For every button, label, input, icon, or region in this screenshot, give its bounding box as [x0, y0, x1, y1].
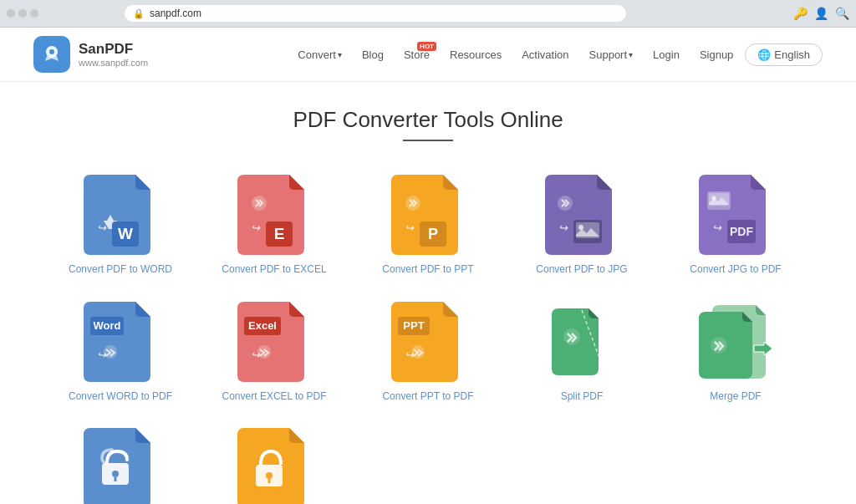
tool-word-to-pdf[interactable]: Word ↪ Convert WORD to PDF — [52, 302, 189, 404]
tool-pdf-to-jpg[interactable]: ↪ Convert PDF to JPG — [513, 175, 650, 277]
svg-point-16 — [578, 225, 583, 230]
logo-text: SanPDF www.sanpdf.com — [79, 41, 148, 68]
logo-url: www.sanpdf.com — [79, 58, 148, 68]
tool-label-split-pdf: Split PDF — [561, 390, 604, 404]
language-button[interactable]: 🌐 English — [745, 43, 823, 66]
svg-point-43 — [266, 472, 273, 479]
tool-label-excel-to-pdf: Convert EXCEL to PDF — [222, 390, 327, 404]
page-title: PDF Converter Tools Online — [50, 107, 806, 133]
browser-chrome: 🔒 sanpdf.com 🔑 👤 🔍 — [0, 0, 856, 28]
nav-support[interactable]: Support ▾ — [581, 43, 642, 66]
svg-text:✂: ✂ — [602, 309, 612, 323]
tool-merge-pdf[interactable]: Merge PDF — [667, 302, 804, 404]
tool-unlock-pdf[interactable]: Unlock PDF file — [52, 428, 189, 504]
svg-text:Excel: Excel — [248, 319, 277, 332]
tool-label-pdf-to-ppt: Convert PDF to PPT — [382, 263, 473, 277]
tool-label-word-to-pdf: Convert WORD to PDF — [69, 390, 172, 404]
page: SanPDF www.sanpdf.com Convert ▾ Blog Sto… — [0, 28, 856, 504]
logo-name: SanPDF — [79, 41, 148, 58]
svg-text:Word: Word — [94, 319, 121, 332]
nav-blog[interactable]: Blog — [354, 43, 392, 66]
svg-point-40 — [112, 471, 119, 477]
tool-label-pdf-to-word: Convert PDF to WORD — [69, 263, 172, 277]
svg-text:W: W — [118, 225, 133, 242]
browser-toolbar-icons: 🔑 👤 🔍 — [793, 7, 849, 20]
nav-login[interactable]: Login — [645, 43, 688, 66]
logo-icon — [33, 36, 70, 73]
svg-text:↪: ↪ — [97, 221, 107, 234]
nav-signup[interactable]: Signup — [691, 43, 741, 66]
nav-convert[interactable]: Convert ▾ — [289, 43, 350, 66]
tool-label-pdf-to-excel: Convert PDF to EXCEL — [222, 263, 326, 277]
hot-badge: HOT — [417, 42, 436, 51]
tool-jpg-to-pdf[interactable]: ↪ PDF Convert JPG to PDF — [667, 175, 804, 277]
title-underline — [403, 140, 453, 141]
tool-pdf-to-word[interactable]: ↪ W Convert PDF to WORD — [52, 175, 189, 277]
svg-text:↪: ↪ — [251, 221, 261, 234]
nav-store[interactable]: Store HOT — [395, 43, 438, 66]
tool-excel-to-pdf[interactable]: Excel ↪ Convert EXCEL to PDF — [206, 302, 343, 404]
svg-text:PPT: PPT — [403, 319, 424, 332]
tool-label-jpg-to-pdf: Convert JPG to PDF — [690, 263, 781, 277]
tool-pdf-to-ppt[interactable]: ↪ P Convert PDF to PPT — [359, 175, 497, 277]
browser-dots — [7, 9, 38, 18]
url-text: sanpdf.com — [150, 8, 201, 19]
tool-pdf-to-excel[interactable]: ↪ E Convert PDF to EXCEL — [206, 175, 343, 277]
svg-text:PDF: PDF — [730, 225, 753, 238]
nav-resources[interactable]: Resources — [441, 43, 510, 66]
address-bar[interactable]: 🔒 sanpdf.com — [125, 5, 626, 22]
tool-label-pdf-to-jpg: Convert PDF to JPG — [536, 263, 627, 277]
svg-point-0 — [49, 49, 54, 54]
tool-protect-pdf[interactable]: Protect PDF file — [206, 428, 343, 504]
main-content: PDF Converter Tools Online ↪ W Conve — [0, 82, 856, 504]
tool-label-merge-pdf: Merge PDF — [710, 390, 761, 404]
svg-text:E: E — [274, 225, 285, 242]
svg-text:↪: ↪ — [405, 221, 415, 234]
language-label: English — [774, 48, 810, 61]
tool-split-pdf[interactable]: ✂ Split PDF — [513, 302, 650, 404]
tool-label-ppt-to-pdf: Convert PPT to PDF — [382, 390, 473, 404]
svg-text:P: P — [428, 226, 438, 242]
svg-text:↪: ↪ — [712, 221, 722, 234]
main-nav: Convert ▾ Blog Store HOT Resources Activ… — [289, 43, 823, 66]
tool-grid: ↪ W Convert PDF to WORD ↪ E — [52, 175, 804, 504]
svg-text:↪: ↪ — [558, 221, 568, 234]
tool-ppt-to-pdf[interactable]: PPT ↪ Convert PPT to PDF — [359, 302, 497, 404]
header: SanPDF www.sanpdf.com Convert ▾ Blog Sto… — [0, 28, 856, 82]
logo-area[interactable]: SanPDF www.sanpdf.com — [33, 36, 148, 73]
nav-activation[interactable]: Activation — [513, 43, 577, 66]
